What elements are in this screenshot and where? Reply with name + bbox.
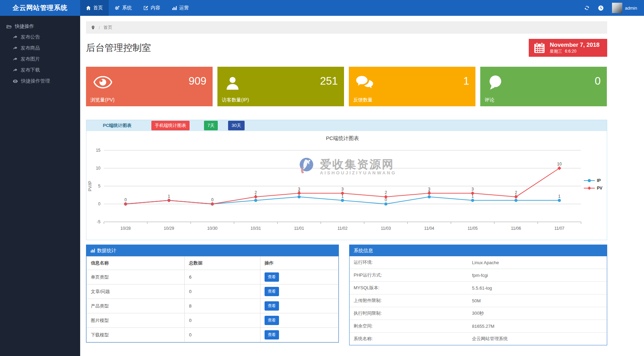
- chart-header: PC端统计图表 手机端统计图表 7天 30天: [86, 120, 607, 131]
- stat-label: 评论: [485, 97, 494, 103]
- sidebar-item-publish-download[interactable]: 发布下载: [0, 65, 80, 76]
- bar-chart-icon: [172, 6, 177, 10]
- system-info-title: 系统信息: [354, 248, 373, 254]
- action-cell: 查看: [260, 270, 339, 284]
- legend-item-pv[interactable]: PV: [584, 186, 602, 191]
- sidebar-item-label: 发布下载: [21, 67, 40, 73]
- sidebar: 快捷操作 发布公告发布商品发布图片发布下载快捷操作管理: [0, 16, 80, 356]
- total-cell: 0: [185, 284, 260, 299]
- action-cell: 查看: [260, 313, 339, 328]
- nav-item-label: 首页: [93, 5, 103, 11]
- breadcrumb-separator: /: [99, 25, 100, 30]
- svg-text:2: 2: [515, 190, 517, 195]
- stat-label: 反馈数量: [353, 97, 373, 103]
- calendar-icon: [534, 42, 545, 54]
- sidebar-item-label: 发布图片: [21, 56, 40, 62]
- svg-text:PV/IP: PV/IP: [88, 181, 93, 192]
- stat-card-ip[interactable]: 251访客数量(IP): [217, 67, 344, 106]
- system-info-table: 运行环境:Linux ApachePHP运行方式:fpm-fcgiMYSQL版本…: [350, 256, 607, 345]
- line-chart: -505101510/2810/2910/3010/3111/0111/0211…: [86, 131, 607, 240]
- edit-icon: [143, 6, 148, 10]
- system-info-header: 系统信息: [350, 245, 607, 256]
- system-info-panel: 系统信息 运行环境:Linux ApachePHP运行方式:fpm-fcgiMY…: [349, 245, 607, 345]
- system-row: PHP运行方式:fpm-fcgi: [350, 269, 607, 282]
- range-7d-button[interactable]: 7天: [204, 121, 218, 130]
- table-row: 图片模型0查看: [87, 313, 339, 328]
- total-cell: 0: [185, 313, 260, 328]
- nav-item-label: 运营: [179, 5, 189, 11]
- system-value: 5.5.61-log: [468, 282, 607, 294]
- svg-text:10: 10: [96, 166, 101, 171]
- view-button[interactable]: 查看: [265, 287, 279, 296]
- svg-text:PC端统计图表: PC端统计图表: [326, 135, 359, 141]
- svg-text:PV: PV: [597, 186, 602, 191]
- total-cell: 0: [185, 328, 260, 342]
- svg-text:11/03: 11/03: [381, 226, 391, 231]
- data-stats-title: 数据统计: [97, 248, 116, 254]
- legend-item-ip[interactable]: IP: [584, 178, 601, 183]
- table-header-row: 信息名称总数据操作: [87, 257, 339, 270]
- nav-item-operation[interactable]: 运营: [166, 0, 195, 16]
- data-stats-panel: 数据统计 信息名称总数据操作 单页类型6查看文章/问题0查看产品类型8查看图片模…: [86, 245, 339, 343]
- folder-icon: [7, 24, 12, 29]
- svg-text:0: 0: [98, 202, 100, 206]
- view-button[interactable]: 查看: [265, 330, 279, 339]
- sidebar-item-publish-notice[interactable]: 发布公告: [0, 32, 80, 43]
- table-row: 单页类型6查看: [87, 270, 339, 284]
- svg-text:11/06: 11/06: [511, 226, 521, 231]
- nav-item-content[interactable]: 内容: [138, 0, 166, 16]
- svg-text:IP: IP: [597, 178, 601, 183]
- svg-text:2: 2: [385, 190, 387, 195]
- system-label: MYSQL版本:: [350, 282, 468, 294]
- page-title: 后台管理控制室: [86, 42, 151, 54]
- stat-card-comment[interactable]: 0评论: [480, 67, 607, 106]
- refresh-icon[interactable]: [584, 5, 590, 11]
- user-icon: [224, 75, 241, 91]
- stat-value: 909: [189, 75, 206, 87]
- total-cell: 6: [185, 270, 260, 284]
- tab-pc-chart[interactable]: PC端统计图表: [91, 122, 147, 129]
- view-button[interactable]: 查看: [265, 301, 279, 311]
- eye-icon: [93, 75, 113, 89]
- svg-text:1: 1: [558, 194, 561, 199]
- svg-text:11/01: 11/01: [294, 226, 304, 231]
- share-icon: [13, 68, 18, 73]
- power-icon[interactable]: [598, 5, 604, 11]
- mobile-chart-button[interactable]: 手机端统计图表: [151, 121, 190, 130]
- stat-card-feedback[interactable]: 1反馈数量: [349, 67, 475, 106]
- system-row: 运行环境:Linux Apache: [350, 256, 607, 269]
- column-header: 信息名称: [87, 257, 185, 270]
- sidebar-item-quick-action-manage[interactable]: 快捷操作管理: [0, 76, 80, 87]
- nav-item-system[interactable]: 系统: [109, 0, 138, 16]
- table-row: 下载模型0查看: [87, 328, 339, 342]
- info-name-cell: 单页类型: [87, 270, 185, 284]
- column-header: 操作: [260, 257, 339, 270]
- svg-text:11/07: 11/07: [554, 226, 564, 231]
- svg-text:10/29: 10/29: [164, 226, 174, 231]
- brand[interactable]: 企云网站管理系统: [0, 0, 80, 16]
- stat-card-pv[interactable]: 909浏览量(PV): [86, 67, 213, 106]
- svg-text:0: 0: [125, 197, 127, 202]
- location-pin-icon: [91, 25, 95, 30]
- nav-item-label: 系统: [122, 5, 132, 11]
- svg-text:3: 3: [428, 187, 430, 192]
- system-label: 执行时间限制:: [350, 307, 468, 320]
- info-name-cell: 产品类型: [87, 299, 185, 313]
- view-button[interactable]: 查看: [265, 316, 279, 325]
- range-30d-button[interactable]: 30天: [228, 121, 244, 130]
- user-name[interactable]: admin: [625, 6, 637, 11]
- navbar: 企云网站管理系统 首页系统内容运营 admin: [0, 0, 644, 16]
- stat-value: 251: [320, 75, 338, 87]
- svg-text:3: 3: [341, 187, 344, 192]
- nav-item-home[interactable]: 首页: [80, 0, 109, 16]
- sidebar-item-publish-product[interactable]: 发布商品: [0, 43, 80, 54]
- stat-label: 访客数量(IP): [222, 97, 249, 103]
- sidebar-section-quick-actions[interactable]: 快捷操作: [0, 16, 80, 32]
- view-button[interactable]: 查看: [265, 272, 279, 282]
- breadcrumb-home[interactable]: 首页: [104, 24, 112, 31]
- main-content: / 首页 后台管理控制室 November 7, 2018 星期三6:6:20 …: [80, 16, 644, 356]
- avatar[interactable]: [612, 3, 622, 13]
- system-row: 剩余空间:81655.27M: [350, 320, 607, 333]
- stat-value: 0: [595, 75, 601, 87]
- sidebar-item-publish-image[interactable]: 发布图片: [0, 54, 80, 65]
